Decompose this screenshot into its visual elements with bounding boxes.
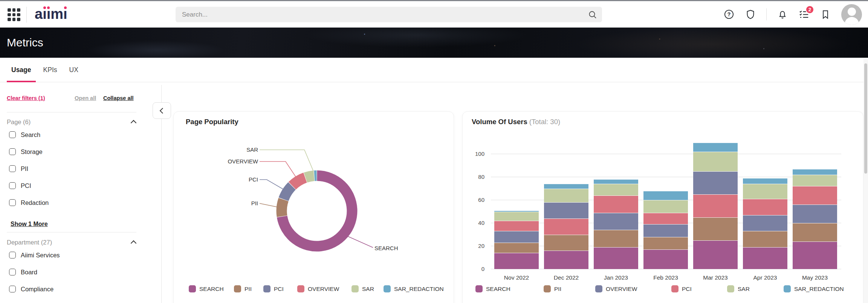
legend-label: SAR: [362, 286, 374, 292]
chevron-up-icon: [131, 120, 137, 126]
collapse-sidebar-button[interactable]: [153, 102, 171, 119]
tab-ux[interactable]: UX: [65, 58, 83, 82]
legend-item-overview[interactable]: OVERVIEW: [297, 285, 339, 292]
filter-section-header[interactable]: Page (6): [7, 118, 136, 128]
filter-option-row: Compliance: [9, 285, 53, 294]
donut-slice-pci: [284, 186, 292, 199]
legend-label: OVERVIEW: [308, 286, 339, 292]
bar-segment-sar_redaction: [594, 179, 638, 184]
shield-icon[interactable]: [745, 9, 756, 20]
bar-segment-sar: [743, 184, 787, 199]
filters-sidebar: Clear filters (1) Open all Collapse all …: [0, 82, 161, 303]
filter-option-row: PII: [9, 164, 28, 173]
page-popularity-card: Page Popularity SAROVERVIEWPCIPIISEARCH …: [173, 111, 454, 303]
navbar-divider: [26, 7, 27, 23]
search-input[interactable]: [176, 7, 602, 22]
legend-label: PCI: [682, 286, 692, 292]
notifications-icon[interactable]: [777, 9, 788, 20]
clear-filters-link[interactable]: Clear filters (1): [7, 95, 45, 101]
x-axis-tick-label: Apr 2023: [739, 274, 792, 281]
tab-kpis[interactable]: KPIs: [39, 58, 62, 82]
scrollbar-thumb[interactable]: [864, 63, 867, 174]
legend-label: SEARCH: [486, 286, 510, 292]
avatar[interactable]: [841, 4, 862, 25]
donut-slice-overview: [292, 178, 305, 186]
bar-segment-pii: [643, 237, 688, 250]
donut-slice-search: [282, 176, 352, 246]
legend-label: PII: [554, 286, 561, 292]
bar-segment-pci: [743, 199, 787, 215]
checkbox[interactable]: [9, 199, 16, 206]
legend-item-pci[interactable]: PCI: [671, 285, 692, 292]
bar-segment-sar_redaction: [693, 143, 738, 152]
collapse-all-link[interactable]: Collapse all: [103, 95, 134, 101]
bar-segment-sar: [793, 175, 837, 186]
filter-option-row: Storage: [9, 147, 43, 156]
checkbox[interactable]: [9, 148, 16, 155]
filter-section-header[interactable]: Department (27): [7, 239, 136, 248]
checkbox[interactable]: [9, 252, 16, 258]
bar-segment-overview: [793, 205, 837, 223]
app-root: aıımı ?: [0, 0, 868, 303]
legend-swatch: [189, 285, 196, 292]
stacked-bar-mar-2023: [693, 143, 738, 269]
legend-item-sar_redaction[interactable]: SAR_REDACTION: [784, 285, 844, 292]
legend-item-pci[interactable]: PCI: [263, 285, 284, 292]
help-icon[interactable]: ?: [723, 9, 735, 20]
bar-segment-sar: [494, 212, 539, 221]
show-more-link[interactable]: Show 1 More: [11, 221, 48, 228]
sidebar-divider-line: [7, 112, 136, 112]
legend-item-search[interactable]: SEARCH: [189, 285, 224, 292]
bar-segment-pii: [793, 223, 837, 241]
bar-segment-sar: [594, 184, 638, 195]
bar-segment-search: [793, 241, 837, 269]
x-axis-tick-label: Feb 2023: [639, 274, 692, 281]
checkbox[interactable]: [9, 286, 16, 292]
logo-letter: m: [50, 6, 63, 22]
stacked-bar-jan-2023: [594, 179, 638, 269]
bar-segment-pii: [494, 243, 539, 253]
navbar: aıımı ?: [0, 1, 868, 28]
legend-item-overview[interactable]: OVERVIEW: [595, 285, 637, 292]
y-axis-tick-label: 80: [463, 174, 484, 180]
checkbox[interactable]: [9, 269, 16, 275]
bar-segment-overview: [643, 224, 688, 237]
bar-segment-pci: [494, 221, 539, 231]
legend-swatch: [671, 285, 679, 292]
legend-item-pii[interactable]: PII: [234, 285, 252, 292]
legend-label: SAR: [738, 286, 750, 292]
legend-item-sar_redaction[interactable]: SAR_REDACTION: [384, 285, 444, 292]
tab-usage[interactable]: Usage: [7, 58, 36, 82]
svg-text:?: ?: [727, 11, 731, 17]
donut-leader-line: [260, 150, 313, 171]
legend-swatch: [384, 285, 391, 292]
open-all-link[interactable]: Open all: [75, 95, 96, 101]
checkbox[interactable]: [9, 131, 16, 138]
page-title: Metrics: [7, 28, 43, 58]
apps-grid-icon[interactable]: [8, 8, 20, 21]
bookmark-icon[interactable]: [820, 9, 831, 20]
donut-callout-label: SEARCH: [374, 245, 398, 252]
legend-item-pii[interactable]: PII: [544, 285, 561, 292]
aiimi-logo[interactable]: aıımı: [35, 6, 67, 22]
bar-segment-pii: [544, 235, 588, 251]
donut-callout-label: OVERVIEW: [228, 158, 258, 165]
legend-item-sar[interactable]: SAR: [727, 285, 750, 292]
donut-slice-pii: [282, 200, 284, 216]
donut-callout-label: PII: [251, 200, 258, 207]
search-icon[interactable]: [588, 10, 597, 19]
bar-segment-search: [693, 240, 738, 269]
legend-item-sar[interactable]: SAR: [351, 285, 374, 292]
checkbox[interactable]: [9, 165, 16, 172]
bar-segment-sar: [693, 152, 738, 171]
legend-swatch: [263, 285, 270, 292]
bar-segment-pci: [643, 213, 688, 225]
filter-option-row: Aiimi Services: [9, 251, 60, 260]
x-axis-tick-label: Dec 2022: [540, 274, 593, 281]
gridline: [491, 177, 841, 177]
filter-option-label: PII: [21, 165, 28, 172]
legend-item-search[interactable]: SEARCH: [475, 285, 510, 292]
donut-callout-label: PCI: [249, 176, 258, 183]
checkbox[interactable]: [9, 182, 16, 189]
tasks-icon[interactable]: 2: [798, 9, 810, 20]
